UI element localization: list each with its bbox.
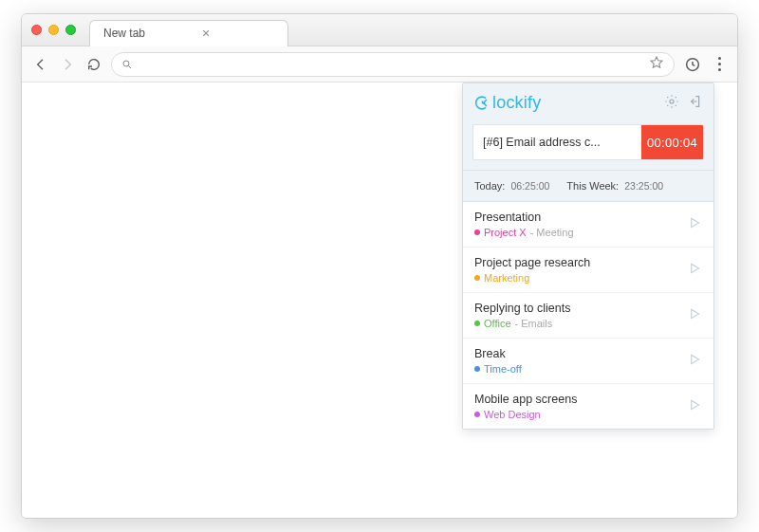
timer-elapsed: 00:00:04 [647,136,697,150]
project-color-dot [474,321,480,326]
project-name: Time-off [484,363,522,375]
stat-today-label: Today: [474,180,505,192]
project-name: Project X [484,227,527,238]
entry-subtitle: Office - Emails [474,318,687,329]
address-bar[interactable] [111,52,675,77]
clockify-popup: lockify 00:00:04 Today: 06:2 [462,83,714,430]
entry-title: Project page research [474,256,687,269]
project-name: Office [484,318,511,329]
project-color-dot [474,366,480,372]
entry-subtitle: Project X - Meeting [474,227,687,238]
timer-row: 00:00:04 [472,124,704,160]
search-icon [121,59,133,70]
browser-toolbar [22,46,737,83]
play-icon[interactable] [687,352,702,371]
browser-menu-button[interactable] [711,57,728,71]
time-entries-list: PresentationProject X - MeetingProject p… [463,202,713,429]
timer-stop-button[interactable]: 00:00:04 [641,125,703,159]
reload-button[interactable] [84,55,103,74]
logout-icon[interactable] [687,94,702,113]
svg-point-0 [123,61,129,66]
entry-info: BreakTime-off [474,347,687,375]
stat-week-value: 23:25:00 [624,180,663,192]
play-icon[interactable] [687,306,702,325]
task-name: - Meeting [530,227,574,238]
entry-info: Project page researchMarketing [474,256,687,284]
window-minimize-button[interactable] [48,25,59,35]
entry-title: Presentation [474,211,687,224]
play-icon[interactable] [687,261,702,280]
entry-title: Break [474,347,687,360]
play-icon[interactable] [687,215,702,234]
project-color-dot [474,229,480,235]
clockify-extension-icon[interactable] [682,54,703,75]
page-content: lockify 00:00:04 Today: 06:2 [22,83,737,518]
forward-button[interactable] [58,55,77,74]
entry-info: Replying to clientsOffice - Emails [474,302,687,329]
timer-description-input[interactable] [473,125,641,159]
popup-header: lockify [463,83,713,120]
entry-subtitle: Web Design [474,409,687,420]
time-entry[interactable]: BreakTime-off [463,339,713,384]
settings-icon[interactable] [664,94,679,113]
clockify-logo: lockify [474,93,541,113]
tab-title: New tab [103,27,145,40]
entry-subtitle: Time-off [474,363,687,375]
stat-today: Today: 06:25:00 [474,180,549,192]
stats-bar: Today: 06:25:00 This Week: 23:25:00 [463,170,713,202]
time-entry[interactable]: Project page researchMarketing [463,248,713,293]
entry-subtitle: Marketing [474,272,687,284]
window-controls [31,25,76,35]
entry-info: Mobile app screensWeb Design [474,393,687,420]
stat-week: This Week: 23:25:00 [566,180,663,192]
stat-today-value: 06:25:00 [510,180,549,192]
project-color-dot [474,412,480,417]
play-icon[interactable] [687,397,702,416]
window-close-button[interactable] [31,25,42,35]
tab-close-icon[interactable]: × [202,27,210,40]
project-name: Web Design [484,409,541,420]
time-entry[interactable]: Replying to clientsOffice - Emails [463,293,713,339]
back-button[interactable] [31,55,50,74]
entry-title: Mobile app screens [474,393,687,406]
bookmark-star-icon[interactable] [649,55,664,74]
stat-week-label: This Week: [566,180,619,192]
browser-window: New tab × [21,13,738,519]
entry-title: Replying to clients [474,302,687,315]
project-name: Marketing [484,272,529,284]
browser-tab[interactable]: New tab × [89,20,288,46]
window-maximize-button[interactable] [65,25,76,35]
svg-point-2 [670,100,674,103]
task-name: - Emails [515,318,553,329]
project-color-dot [474,275,480,281]
logo-text: lockify [492,93,541,113]
time-entry[interactable]: Mobile app screensWeb Design [463,384,713,429]
entry-info: PresentationProject X - Meeting [474,211,687,238]
window-titlebar: New tab × [22,14,737,46]
time-entry[interactable]: PresentationProject X - Meeting [463,202,713,248]
